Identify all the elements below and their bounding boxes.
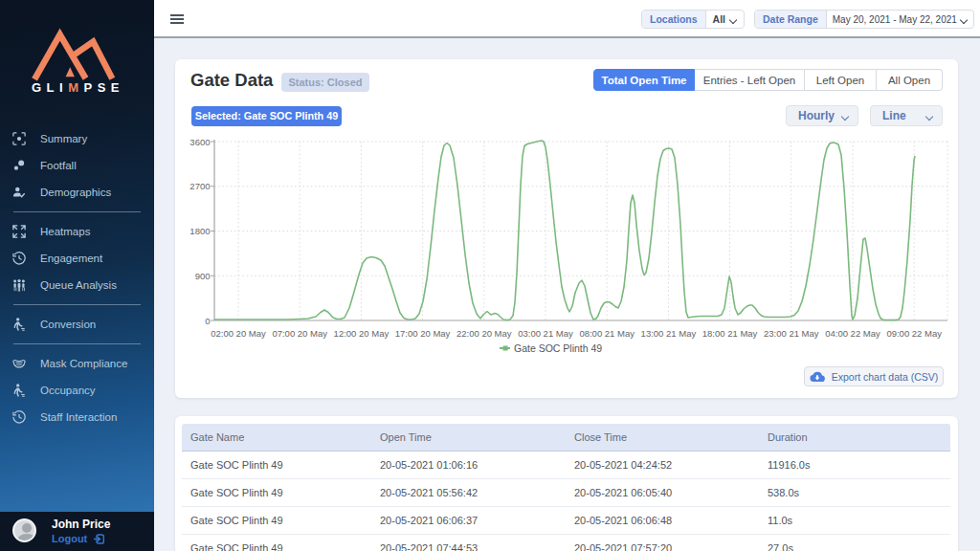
svg-text:12:00 20 May: 12:00 20 May bbox=[334, 328, 390, 339]
svg-text:03:00 21 May: 03:00 21 May bbox=[518, 328, 573, 339]
svg-text:1800: 1800 bbox=[189, 226, 210, 236]
svg-text:2700: 2700 bbox=[189, 181, 210, 191]
svg-text:23:00 21 May: 23:00 21 May bbox=[764, 328, 819, 339]
svg-text:3600: 3600 bbox=[189, 137, 210, 147]
svg-text:17:00 20 May: 17:00 20 May bbox=[395, 328, 451, 339]
svg-text:0: 0 bbox=[205, 316, 210, 326]
svg-text:18:00 21 May: 18:00 21 May bbox=[702, 328, 758, 339]
svg-text:900: 900 bbox=[195, 271, 211, 281]
svg-text:Gate SOC Plinth 49: Gate SOC Plinth 49 bbox=[514, 342, 602, 354]
svg-text:22:00 20 May: 22:00 20 May bbox=[457, 328, 512, 339]
svg-text:02:00 20 May: 02:00 20 May bbox=[211, 328, 266, 339]
svg-text:08:00 21 May: 08:00 21 May bbox=[579, 328, 635, 339]
svg-text:07:00 20 May: 07:00 20 May bbox=[272, 328, 327, 339]
svg-text:04:00 22 May: 04:00 22 May bbox=[825, 328, 880, 339]
svg-text:09:00 22 May: 09:00 22 May bbox=[886, 328, 942, 339]
svg-text:13:00 21 May: 13:00 21 May bbox=[641, 328, 697, 339]
